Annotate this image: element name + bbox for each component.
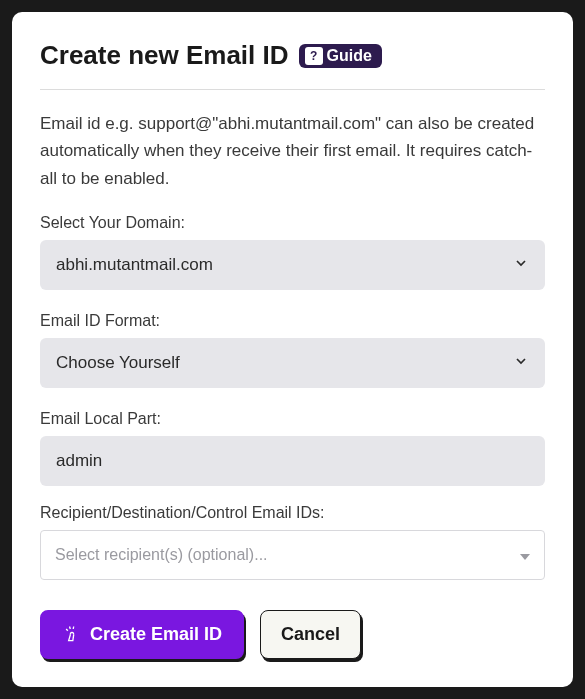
format-label: Email ID Format: <box>40 312 545 330</box>
recipients-placeholder: Select recipient(s) (optional)... <box>55 546 268 563</box>
domain-label: Select Your Domain: <box>40 214 545 232</box>
domain-select-wrap: abhi.mutantmail.com <box>40 240 545 290</box>
svg-line-0 <box>66 629 68 631</box>
caret-down-icon <box>520 546 530 564</box>
cancel-button[interactable]: Cancel <box>260 610 361 659</box>
guide-button[interactable]: ? Guide <box>299 44 382 68</box>
recipients-label: Recipient/Destination/Control Email IDs: <box>40 504 545 522</box>
guide-label: Guide <box>327 47 372 65</box>
description-text: Email id e.g. support@"abhi.mutantmail.c… <box>40 110 545 192</box>
snap-fingers-icon <box>62 624 82 644</box>
domain-select[interactable]: abhi.mutantmail.com <box>40 240 545 290</box>
format-select-wrap: Choose Yourself <box>40 338 545 388</box>
svg-line-1 <box>70 627 71 630</box>
cancel-button-label: Cancel <box>281 624 340 645</box>
local-part-label: Email Local Part: <box>40 410 545 428</box>
create-email-modal: Create new Email ID ? Guide Email id e.g… <box>12 12 573 687</box>
create-email-button[interactable]: Create Email ID <box>40 610 244 659</box>
local-part-input[interactable] <box>40 436 545 486</box>
modal-header: Create new Email ID ? Guide <box>40 40 545 71</box>
create-button-label: Create Email ID <box>90 624 222 645</box>
format-select[interactable]: Choose Yourself <box>40 338 545 388</box>
recipients-select[interactable]: Select recipient(s) (optional)... <box>40 530 545 580</box>
modal-title: Create new Email ID <box>40 40 289 71</box>
help-icon: ? <box>305 47 323 65</box>
divider <box>40 89 545 90</box>
button-row: Create Email ID Cancel <box>40 610 545 659</box>
